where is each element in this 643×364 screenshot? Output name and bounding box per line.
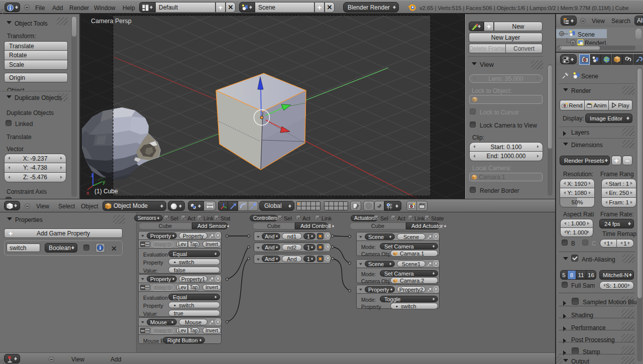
svg-text:y: y (102, 179, 105, 185)
svg-text:(1) Cube: (1) Cube (94, 188, 118, 195)
svg-text:z: z (91, 172, 94, 178)
svg-text:Camera Persp: Camera Persp (91, 18, 132, 25)
svg-text:x: x (86, 190, 89, 196)
